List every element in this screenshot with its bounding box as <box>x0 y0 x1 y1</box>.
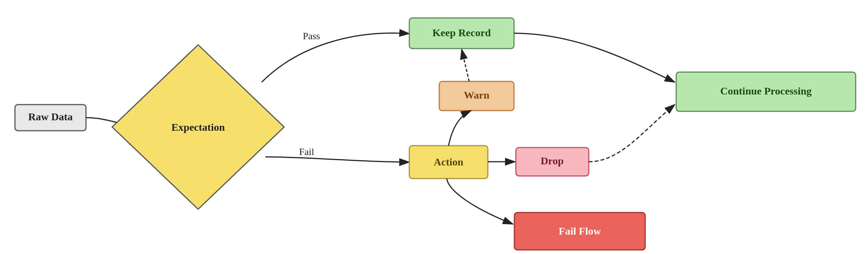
action-node: Action <box>409 146 488 179</box>
raw-data-label: Raw Data <box>28 111 73 123</box>
keep-to-continue-edge <box>514 33 675 82</box>
raw-data-node: Raw Data <box>15 105 86 131</box>
pass-label: Pass <box>303 31 320 41</box>
continue-processing-label: Continue Processing <box>720 85 812 97</box>
fail-flow-node: Fail Flow <box>514 213 645 250</box>
action-to-failflow-edge <box>447 179 513 224</box>
keep-record-label: Keep Record <box>433 27 491 38</box>
continue-processing-node: Continue Processing <box>676 72 856 111</box>
drop-to-continue-edge <box>589 105 675 162</box>
warn-label: Warn <box>464 89 490 101</box>
expectation-label: Expectation <box>171 121 225 133</box>
warn-to-keep-edge <box>462 49 469 81</box>
warn-node: Warn <box>439 81 514 111</box>
drop-label: Drop <box>541 155 564 167</box>
fail-edge <box>265 157 409 162</box>
fail-flow-label: Fail Flow <box>559 225 601 237</box>
action-to-warn-edge <box>449 111 471 146</box>
keep-record-node: Keep Record <box>409 18 514 49</box>
pass-edge <box>262 33 409 82</box>
action-label: Action <box>434 156 464 168</box>
fail-label: Fail <box>299 146 314 157</box>
drop-node: Drop <box>516 148 589 176</box>
expectation-node: Expectation <box>112 45 284 209</box>
